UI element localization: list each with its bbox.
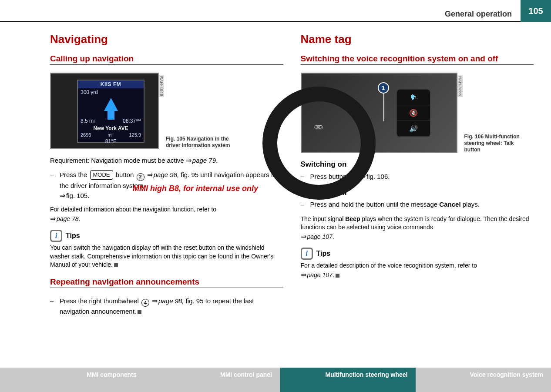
arrow-ref-icon: ⇒ — [50, 215, 56, 222]
figure-106-ref: RAH-3285 — [457, 75, 463, 97]
info-icon: i — [50, 230, 62, 242]
callout-1-badge: 1 — [378, 82, 389, 94]
nav-dist-ahead: 300 yrd — [81, 89, 98, 95]
list-dash-icon: – — [301, 200, 310, 210]
nav-odo: 2696 — [81, 132, 91, 137]
tips-text: You can switch the navigation display of… — [50, 244, 283, 269]
arrow-ref-icon: ⇒ — [301, 271, 306, 278]
tab-multifunction-steering-wheel[interactable]: Multifunction steering wheel — [280, 368, 416, 392]
section-end-icon — [138, 310, 141, 314]
figure-105-ref: RAH-4046 — [159, 75, 164, 97]
tips-heading-right: i Tips — [301, 248, 534, 260]
step-press-thumbwheel: – Press the right thumbwheel 4 ⇒page 98,… — [50, 296, 283, 317]
mute-button-icon: 🔇 — [397, 105, 430, 121]
tab-mmi-components[interactable]: MMI components — [9, 368, 144, 392]
mode-button-label: MODE — [90, 170, 113, 180]
nav-direction-arrow-icon — [104, 98, 118, 111]
arrow-ref-icon: ⇒ — [147, 171, 153, 178]
figure-105: KIIS FM 300 yrd 8.5 mi 06:37ᴬᴹ New York … — [50, 73, 159, 149]
list-dash-icon: – — [50, 170, 60, 201]
section-title: General operation — [445, 10, 512, 19]
nav-freq: 125.9 — [129, 132, 141, 137]
section-end-icon — [114, 263, 118, 267]
nav-total-dist: 8.5 mi — [81, 118, 95, 124]
heading-navigating: Navigating — [50, 33, 283, 46]
tips-heading: i Tips — [50, 230, 283, 242]
step-switch-off: – Press and hold the button until the me… — [301, 200, 534, 210]
figure-106: ○○○○ 🗣 🔇 🔊 1 RAH-3285 — [301, 73, 457, 153]
tab-voice-recognition-system[interactable]: Voice recognition system — [416, 368, 551, 392]
audi-logo-icon: ○○○○ — [314, 121, 319, 133]
figure-106-row: ○○○○ 🗣 🔇 🔊 1 RAH-3285 Fig. 106 Multi-fun… — [301, 73, 534, 153]
arrow-ref-icon: ⇒ — [186, 157, 192, 164]
nav-odo-unit: mi — [108, 132, 113, 137]
figure-106-caption: Fig. 106 Multi-function steering wheel: … — [464, 134, 530, 153]
footer-spacer — [0, 368, 9, 392]
callout-4-icon: 4 — [141, 299, 149, 307]
page-number: 105 — [521, 0, 551, 22]
right-column: Name tag Switching the voice recognition… — [301, 33, 534, 321]
watermark: MMI high B8, for internal use only — [133, 184, 258, 193]
heading-name-tag: Name tag — [301, 33, 534, 46]
callout-leader-line — [383, 94, 384, 121]
beep-paragraph: The input signal Beep plays when the sys… — [301, 215, 534, 242]
requirement-text: Requirement: Navigation mode must be act… — [50, 156, 283, 165]
talk-button-icon: 🗣 — [397, 90, 430, 105]
heading-switching-voice: Switching the voice recognition system o… — [301, 54, 534, 65]
nav-street: New York AVE — [78, 125, 144, 132]
volume-button-icon: 🔊 — [397, 121, 430, 137]
tab-mmi-control-panel[interactable]: MMI control panel — [144, 368, 280, 392]
nav-temp: 81°F — [78, 138, 144, 145]
steering-ring-icon — [262, 87, 376, 200]
top-bar: General operation 105 — [0, 0, 551, 22]
figure-105-caption: Fig. 105 Navigation in the driver inform… — [166, 136, 231, 149]
nav-eta: 06:37ᴬᴹ — [123, 118, 141, 124]
tips-text-right: For a detailed description of the voice … — [301, 261, 534, 280]
nav-station: KIIS FM — [78, 80, 144, 88]
content-area: Navigating Calling up navigation KIIS FM… — [50, 33, 534, 321]
arrow-ref-icon: ⇒ — [301, 233, 306, 240]
left-column: Navigating Calling up navigation KIIS FM… — [50, 33, 283, 321]
heading-repeating-announcements: Repeating navigation announcements — [50, 277, 283, 288]
driver-info-screen: KIIS FM 300 yrd 8.5 mi 06:37ᴬᴹ New York … — [77, 80, 144, 143]
figure-105-row: KIIS FM 300 yrd 8.5 mi 06:37ᴬᴹ New York … — [50, 73, 283, 149]
detail-info-text: For detailed information about the navig… — [50, 205, 283, 224]
list-dash-icon: – — [50, 296, 60, 317]
wheel-button-cluster: 🗣 🔇 🔊 — [396, 89, 430, 137]
footer-tabs: MMI components MMI control panel Multifu… — [0, 368, 551, 392]
info-icon: i — [301, 248, 313, 260]
heading-calling-up-navigation: Calling up navigation — [50, 54, 283, 65]
section-end-icon — [336, 274, 339, 278]
callout-2-icon: 2 — [137, 173, 144, 181]
arrow-ref-icon: ⇒ — [60, 192, 65, 199]
arrow-ref-icon: ⇒ — [152, 297, 158, 305]
steering-wheel-photo: ○○○○ 🗣 🔇 🔊 1 — [302, 74, 457, 152]
